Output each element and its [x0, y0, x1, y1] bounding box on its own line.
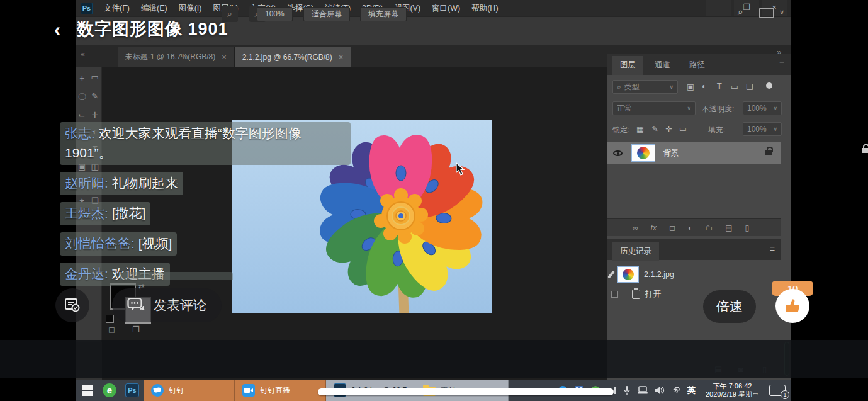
tray-laptop-icon[interactable] — [637, 386, 648, 395]
lock-transparent-icon[interactable]: ▦ — [636, 124, 644, 133]
tool-icon[interactable]: 〇 — [76, 91, 89, 103]
tab-layers[interactable]: 图层 — [612, 56, 643, 75]
panel-menu-icon[interactable]: ≡ — [770, 244, 775, 254]
tray-speaker-icon[interactable] — [655, 386, 665, 395]
chevron-down-icon: ∨ — [669, 84, 674, 90]
history-checkbox[interactable] — [611, 291, 618, 298]
opacity-input[interactable]: 100% ∨ — [743, 101, 782, 115]
taskbar-scrollbar-thumb[interactable] — [318, 388, 614, 395]
notes-button[interactable] — [55, 288, 89, 322]
like-button[interactable] — [775, 289, 809, 323]
tool-icon[interactable]: ＋ — [76, 72, 89, 84]
chat-message: 张志: 欢迎大家来观看直播“数字图形图像 1901”。 — [60, 122, 351, 165]
link-layers-icon[interactable]: ∞ — [633, 223, 638, 232]
tab-close-icon[interactable]: × — [222, 52, 227, 62]
filter-smartobject-icon[interactable]: ❑ — [746, 82, 753, 91]
filter-pin-icon[interactable] — [766, 82, 772, 89]
window-controls: – ❐ × — [706, 0, 787, 16]
tab-history[interactable]: 历史记录 — [612, 242, 659, 261]
layer-style-fx-icon[interactable]: fx — [651, 223, 657, 232]
layer-filter-select[interactable]: ⌕ 类型 ∨ — [612, 80, 678, 94]
history-thumbnail[interactable] — [617, 266, 639, 283]
screen-mode-icon[interactable]: ❐ — [132, 325, 140, 334]
tool-icon[interactable]: ▭ — [89, 72, 102, 84]
start-button[interactable] — [76, 380, 98, 401]
default-colors-icon[interactable] — [106, 315, 114, 323]
lock-artboard-icon[interactable]: ▭ — [679, 124, 687, 133]
tab-channels[interactable]: 通道 — [647, 56, 678, 75]
delete-layer-icon[interactable]: ▯ — [745, 223, 749, 232]
layer-mask-icon[interactable]: ◻ — [669, 223, 675, 232]
post-comment-button[interactable]: 发表评论 — [112, 288, 222, 322]
fill-input[interactable]: 100% ∨ — [743, 122, 782, 136]
filter-adjustment-icon[interactable]: ◐ — [702, 82, 707, 91]
menu-window[interactable]: 窗口(W) — [432, 3, 460, 14]
dingtalk-live-app-button[interactable]: 钉钉直播 — [235, 380, 326, 401]
photoshop-taskbar-icon[interactable]: Ps — [121, 380, 144, 401]
chat-text: [视频] — [138, 236, 172, 251]
history-entry-label: 打开 — [645, 289, 661, 300]
clock-time: 下午 7:06:42 — [706, 382, 759, 390]
fill-label: 填充: — [708, 125, 725, 135]
tray-mic-icon[interactable] — [623, 385, 631, 395]
visibility-eye-icon[interactable] — [613, 150, 623, 156]
menu-image[interactable]: 图像(I) — [179, 3, 202, 14]
ime-indicator[interactable]: 英 — [687, 385, 696, 396]
taskbar-clock[interactable]: 下午 7:06:42 2020/2/19 星期三 — [702, 382, 763, 398]
filter-pixel-icon[interactable]: ▣ — [687, 82, 694, 91]
fit-screen-button[interactable]: 适合屏幕 — [303, 7, 350, 21]
notification-center-icon[interactable]: 1 — [769, 385, 786, 396]
post-comment-label: 发表评论 — [154, 297, 206, 314]
filter-type-icon[interactable]: T — [717, 82, 722, 91]
tab-212-jpg[interactable]: 2.1.2.jpg @ 66.7%(RGB/8) × — [235, 47, 352, 67]
search-icon: ⌕ — [617, 82, 621, 91]
tools-collapse-icon[interactable]: « — [81, 50, 85, 59]
notification-badge: 1 — [781, 390, 789, 399]
tray-link-icon[interactable] — [671, 385, 681, 395]
workspace-icon[interactable] — [759, 8, 774, 18]
history-open-row[interactable]: 打开 — [611, 289, 661, 300]
quick-mask-icon[interactable]: ◻ — [108, 325, 115, 334]
tool-icon[interactable]: ✎ — [89, 91, 102, 103]
menu-help[interactable]: 帮助(H) — [471, 3, 498, 14]
minimize-button[interactable]: – — [706, 0, 731, 16]
layer-thumbnail[interactable] — [631, 144, 655, 162]
tab-close-icon[interactable]: × — [339, 52, 344, 62]
blend-mode-select[interactable]: 正常 ∨ — [612, 101, 696, 115]
chat-message: 王煜杰: [撒花] — [60, 202, 150, 225]
layer-row-background[interactable]: 背景 — [607, 142, 781, 164]
zoom-100-button[interactable]: 100% — [257, 7, 293, 21]
lock-move-icon[interactable]: ✛ — [665, 124, 672, 133]
chat-username: 刘恺怡爸爸: — [65, 236, 135, 251]
menu-file[interactable]: 文件(F) — [104, 3, 130, 14]
lock-all-icon[interactable] — [862, 148, 868, 153]
new-group-icon[interactable]: 🗀 — [705, 223, 713, 232]
lock-label: 锁定: — [612, 125, 629, 135]
adjustment-layer-icon[interactable]: ◐ — [688, 223, 692, 232]
browser-taskbar-icon[interactable]: e — [98, 380, 121, 401]
history-source-row[interactable]: 2.1.2.jpg — [610, 266, 674, 283]
tab-label: 未标题-1 @ 16.7%(RGB/8) — [125, 52, 216, 62]
workspace-chevron-icon[interactable]: ∨ — [779, 8, 784, 16]
dingtalk-app-button[interactable]: 钉钉 — [144, 380, 235, 401]
panel-menu-icon[interactable]: ≡ — [779, 59, 784, 69]
document-icon — [632, 290, 640, 299]
fill-value: 100% — [747, 125, 767, 133]
layer-name: 背景 — [663, 147, 679, 159]
filter-label: 类型 — [624, 82, 640, 93]
chat-text: [撒花] — [112, 206, 146, 220]
playback-speed-button[interactable]: 倍速 — [703, 290, 756, 323]
new-layer-icon[interactable]: ▤ — [725, 223, 732, 232]
blend-mode-value: 正常 — [617, 103, 632, 114]
back-button[interactable]: ‹ — [54, 19, 60, 40]
tab-paths[interactable]: 路径 — [682, 56, 713, 75]
history-brush-icon[interactable] — [607, 270, 615, 278]
tab-untitled-1[interactable]: 未标题-1 @ 16.7%(RGB/8) × — [118, 47, 235, 67]
tool-icon[interactable]: ⌙ — [76, 110, 89, 120]
menu-edit[interactable]: 编辑(E) — [141, 3, 167, 14]
lock-paint-icon[interactable]: ✎ — [651, 124, 658, 133]
fill-screen-button[interactable]: 填充屏幕 — [360, 7, 407, 21]
search-icon[interactable]: ⌕ — [738, 6, 743, 18]
filter-shape-icon[interactable]: ▭ — [731, 82, 738, 91]
tool-icon[interactable]: ✛ — [89, 110, 102, 120]
